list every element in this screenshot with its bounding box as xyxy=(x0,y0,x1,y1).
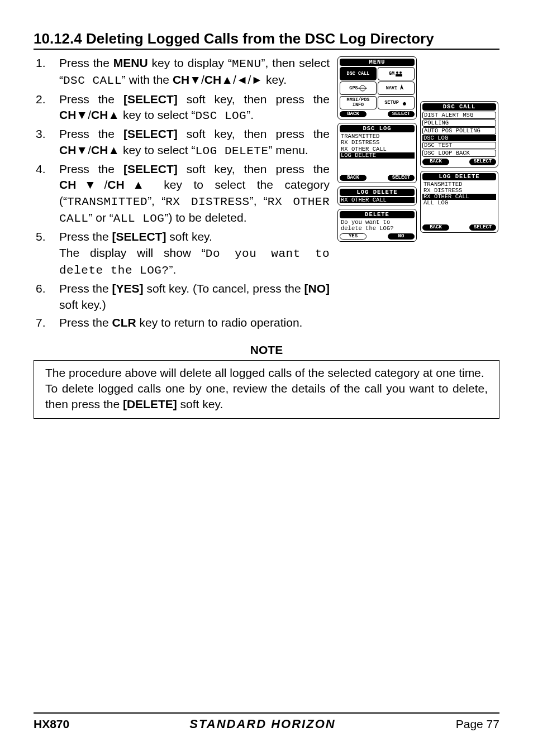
footer-model: HX870 xyxy=(34,717,69,731)
instruction-steps: Press the MENU key to display “MENU”, th… xyxy=(34,55,330,333)
step-4: Press the [SELECT] soft key, then press … xyxy=(34,161,330,227)
wrench-icon xyxy=(399,98,408,107)
menu-item-mmsi: MMSI/POS INFO xyxy=(340,96,377,109)
step-2: Press the [SELECT] soft key, then press … xyxy=(34,92,330,125)
step-7: Press the CLR key to return to radio ope… xyxy=(34,315,330,331)
screen-dsc-log: DSC LOG TRANSMITTED RX DISTRESS RX OTHER… xyxy=(337,123,417,183)
screen-dsc-call: DSC CALL DIST ALERT MSG POLLING AUTO POS… xyxy=(420,101,498,168)
section-heading: 10.12.4 Deleting Logged Calls from the D… xyxy=(34,30,499,50)
page-footer: HX870 STANDARD HORIZON Page 77 xyxy=(34,712,499,731)
list-item-selected: RX OTHER CALL xyxy=(340,197,415,203)
softkey-select: SELECT xyxy=(388,111,415,117)
screen-delete-confirm: DELETE Do you want to delete the LOG? YE… xyxy=(337,209,417,242)
list-item: DSC LOOP BACK xyxy=(422,150,496,157)
note-box: The procedure above will delete all logg… xyxy=(34,360,499,419)
softkey-no: NO xyxy=(388,233,415,240)
list-item: AUTO POS POLLING xyxy=(422,127,496,135)
step-5: Press the [SELECT] soft key. The display… xyxy=(34,229,330,279)
content-row: Press the MENU key to display “MENU”, th… xyxy=(34,55,499,333)
svg-point-1 xyxy=(399,71,402,74)
note-line-1: The procedure above will delete all logg… xyxy=(45,365,488,381)
document-page: 10.12.4 Deleting Logged Calls from the D… xyxy=(0,0,533,756)
list-item: RX DISTRESS xyxy=(340,140,415,146)
screen-log-delete-list-title: LOG DELETE xyxy=(422,173,496,180)
lcd-illustrations: MENU DSC CALL GM GPS NAVI xyxy=(337,56,499,242)
footer-page-number: Page 77 xyxy=(456,717,499,731)
menu-item-gps: GPS xyxy=(340,82,377,95)
softkey-yes: YES xyxy=(340,233,367,240)
list-item: DIST ALERT MSG xyxy=(422,112,496,119)
list-item: TRANSMITTED xyxy=(422,181,496,188)
screen-dsc-log-title: DSC LOG xyxy=(340,125,415,132)
list-item-selected: DSC LOG xyxy=(422,135,496,141)
list-item: POLLING xyxy=(422,119,496,127)
step-1: Press the MENU key to display “MENU”, th… xyxy=(34,55,330,89)
list-item-selected: RX OTHER CALL xyxy=(422,194,496,200)
softkey-back: BACK xyxy=(422,224,449,231)
confirm-text-1: Do you want to xyxy=(340,219,415,226)
menu-item-gm: GM xyxy=(378,67,415,80)
list-item-selected: LOG DELETE xyxy=(340,152,415,159)
list-item: DSC TEST xyxy=(422,142,496,149)
svg-rect-2 xyxy=(396,74,402,76)
softkey-back: BACK xyxy=(340,175,367,181)
satellite-icon xyxy=(358,84,367,93)
compass-icon xyxy=(397,84,406,93)
note-line-2: To delete logged calls one by one, revie… xyxy=(45,381,488,413)
menu-item-dsc-call: DSC CALL xyxy=(340,67,377,80)
screen-dsc-call-title: DSC CALL xyxy=(422,103,496,111)
screen-log-delete-single: LOG DELETE RX OTHER CALL xyxy=(337,186,417,205)
softkey-select: SELECT xyxy=(388,175,415,181)
screen-log-delete-list: LOG DELETE TRANSMITTED RX DISTRESS RX OT… xyxy=(420,171,498,233)
list-item: TRANSMITTED xyxy=(340,133,415,140)
group-icon xyxy=(394,69,403,78)
softkey-select: SELECT xyxy=(469,224,496,231)
footer-brand: STANDARD HORIZON xyxy=(189,717,335,731)
step-6: Press the [YES] soft key. (To cancel, pr… xyxy=(34,281,330,313)
menu-item-navi: NAVI xyxy=(378,82,415,95)
softkey-back: BACK xyxy=(340,111,367,117)
list-item: ALL LOG xyxy=(422,200,496,206)
confirm-text-2: delete the LOG? xyxy=(340,226,415,232)
softkey-select: SELECT xyxy=(469,159,496,165)
list-item: RX DISTRESS xyxy=(422,188,496,194)
list-item: RX OTHER CALL xyxy=(340,146,415,152)
menu-item-setup: SETUP xyxy=(378,96,415,109)
note-heading: NOTE xyxy=(34,343,499,357)
svg-point-0 xyxy=(396,71,398,74)
screen-menu-title: MENU xyxy=(340,59,415,66)
screen-log-delete-single-title: LOG DELETE xyxy=(340,189,415,196)
screen-delete-title: DELETE xyxy=(340,211,415,218)
svg-marker-5 xyxy=(400,84,403,90)
step-3: Press the [SELECT] soft key, then press … xyxy=(34,126,330,159)
screen-menu: MENU DSC CALL GM GPS NAVI xyxy=(337,56,417,119)
softkey-back: BACK xyxy=(422,159,449,165)
